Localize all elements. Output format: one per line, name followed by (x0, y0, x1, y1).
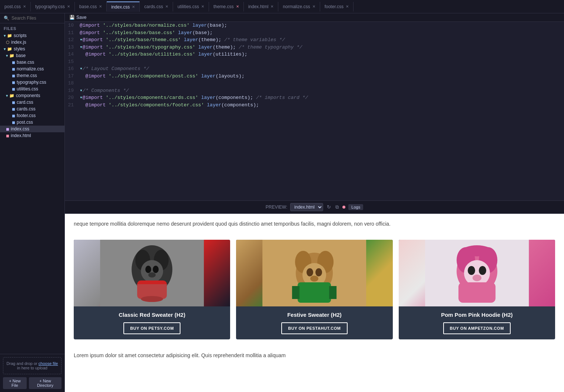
sidebar-item-scripts[interactable]: ▾ 📁 scripts (0, 32, 64, 39)
dog-svg-1 (74, 240, 230, 306)
css-file-icon: ◼ (6, 127, 9, 132)
tab-index-html[interactable]: index.html ✕ (244, 2, 279, 11)
line-number: 15 (65, 58, 80, 66)
refresh-button[interactable]: ↻ (326, 203, 332, 210)
preview-content: neque tempore mollitia doloremque nemo d… (65, 214, 564, 392)
card-1: Classic Red Sweater (H2) BUY ON PETSY.CO… (74, 240, 230, 339)
sidebar-item-footer-css[interactable]: ◼ footer.css (0, 112, 64, 119)
code-line-12: 12 ▾@import '../styles/base/theme.css' l… (65, 36, 564, 44)
open-external-button[interactable]: ⧉ (335, 203, 339, 211)
close-icon[interactable]: ✕ (346, 4, 349, 9)
tab-index-css[interactable]: index.css ✕ (107, 1, 140, 12)
sidebar-item-theme-css[interactable]: ◼ theme.css (0, 72, 64, 79)
code-line-10: 10 @import '../styles/base/normalize.css… (65, 22, 564, 29)
line-content[interactable]: @import '../styles/components/footer.css… (80, 102, 259, 109)
line-number: 20 (65, 94, 80, 102)
sidebar-item-label: theme.css (17, 73, 37, 78)
tab-label: index.css (111, 4, 130, 10)
cards-grid: Classic Red Sweater (H2) BUY ON PETSY.CO… (65, 234, 564, 345)
line-content[interactable]: ▾@import '../styles/base/typography.css'… (80, 44, 302, 51)
sidebar-item-index-css[interactable]: ◼ index.css (0, 126, 64, 132)
close-icon[interactable]: ✕ (99, 4, 102, 9)
search-input[interactable] (11, 16, 61, 21)
card-image-1 (74, 240, 230, 306)
svg-point-6 (153, 266, 159, 273)
sidebar-item-styles[interactable]: ▾ 📁 styles (0, 46, 64, 52)
preview-intro-text: neque tempore mollitia doloremque nemo d… (65, 214, 564, 234)
line-content[interactable]: ▾/* Components */ (80, 87, 129, 94)
close-icon[interactable]: ✕ (132, 5, 135, 9)
css-file-icon: ◼ (12, 107, 15, 112)
line-content[interactable]: @import '../styles/base/base.css' layer(… (80, 29, 213, 37)
logs-button[interactable]: Logs (348, 204, 363, 210)
tab-post-css[interactable]: post.css ✕ (0, 2, 31, 11)
svg-point-17 (315, 268, 322, 276)
sidebar-item-post-css[interactable]: ◼ post.css (0, 119, 64, 126)
close-icon[interactable]: ✕ (312, 4, 315, 9)
tab-cards-css[interactable]: cards.css ✕ (140, 2, 173, 11)
sidebar-item-components[interactable]: ▾ 📁 components (0, 92, 64, 99)
line-content[interactable]: @import '../styles/base/utilities.css' l… (80, 51, 248, 58)
line-number: 11 (65, 29, 80, 37)
sidebar-item-card-css[interactable]: ◼ card.css (0, 99, 64, 106)
new-file-button[interactable]: + New File (3, 377, 27, 389)
sidebar-bottom: Drag and drop or choose file in here to … (0, 354, 64, 392)
line-content[interactable]: ▾/* Layout Components */ (80, 65, 149, 73)
upload-text2: in here to upload (17, 366, 47, 370)
dog-svg-2 (236, 240, 392, 306)
close-icon[interactable]: ✕ (271, 4, 273, 9)
dog-svg-3 (399, 240, 555, 306)
line-number: 14 (65, 51, 80, 58)
card-buy-button-3[interactable]: BUY ON AMPETZON.COM (443, 322, 511, 334)
sidebar-item-normalize-css[interactable]: ◼ normalize.css (0, 66, 64, 72)
choose-file-link[interactable]: choose file (39, 361, 58, 366)
sidebar-item-base-css[interactable]: ◼ base.css (0, 59, 64, 66)
sidebar-item-label: utilities.css (17, 86, 38, 92)
card-buy-button-1[interactable]: BUY ON PETSY.COM (123, 322, 180, 334)
close-icon[interactable]: ✕ (201, 4, 204, 9)
tab-theme-css[interactable]: theme.css ✕ (209, 2, 244, 11)
svg-rect-21 (329, 286, 336, 299)
sidebar-item-label: card.css (17, 100, 33, 105)
tab-base-css[interactable]: base.css ✕ (75, 2, 107, 11)
css-file-icon: ◼ (12, 100, 15, 105)
files-header: Files (0, 23, 64, 32)
code-editor[interactable]: 10 @import '../styles/base/normalize.css… (65, 22, 564, 200)
css-file-icon: ◼ (12, 73, 15, 78)
line-number: 13 (65, 44, 80, 51)
tab-utilities-css[interactable]: utilities.css ✕ (173, 2, 209, 11)
sidebar-item-cards-css[interactable]: ◼ cards.css (0, 106, 64, 112)
sidebar-item-index-js[interactable]: ⬡ index.js (0, 39, 64, 46)
line-content[interactable]: ▾@import '../styles/components/cards.css… (80, 94, 308, 102)
preview-file-select[interactable]: index.html (290, 203, 323, 211)
svg-rect-30 (458, 282, 495, 303)
save-button[interactable]: 💾 Save (69, 15, 86, 20)
sidebar-item-index-html[interactable]: ◼ index.html (0, 132, 64, 139)
line-content[interactable]: @import '../styles/base/normalize.css' l… (80, 22, 227, 29)
sidebar-item-label: cards.css (17, 106, 36, 112)
tab-label: index.html (248, 4, 269, 9)
close-icon[interactable]: ✕ (236, 4, 239, 9)
sidebar-item-typography-css[interactable]: ◼ typography.css (0, 79, 64, 86)
close-icon[interactable]: ✕ (67, 4, 70, 9)
tab-footer-css[interactable]: footer.css ✕ (320, 2, 354, 11)
line-content[interactable]: ▾@import '../styles/base/theme.css' laye… (80, 36, 285, 44)
code-line-14: 14 @import '../styles/base/utilities.css… (65, 51, 564, 58)
save-label: Save (76, 15, 86, 20)
line-content[interactable]: @import '../styles/components/post.css' … (80, 73, 245, 80)
svg-point-18 (310, 276, 318, 282)
sidebar-item-utilities-css[interactable]: ◼ utilities.css (0, 86, 64, 92)
folder-icon: ▾ 📁 (4, 33, 12, 38)
close-icon[interactable]: ✕ (165, 4, 168, 9)
card-buy-button-2[interactable]: BUY ON PESTAHUT.COM (281, 322, 347, 334)
tab-label: post.css (4, 4, 21, 9)
code-line-16: 16 ▾/* Layout Components */ (65, 65, 564, 73)
folder-icon: ▾ 📁 (6, 53, 14, 58)
code-line-15: 15 (65, 58, 564, 66)
close-icon[interactable]: ✕ (23, 4, 26, 9)
tab-typography-css[interactable]: typography.css ✕ (31, 2, 75, 11)
new-directory-button[interactable]: + New Directory (29, 377, 62, 389)
sidebar-item-base[interactable]: ▾ 📁 base (0, 52, 64, 59)
editor-area: 💾 Save 10 @import '../styles/base/normal… (65, 13, 564, 392)
tab-normalize-css[interactable]: normalize.css ✕ (278, 2, 320, 11)
